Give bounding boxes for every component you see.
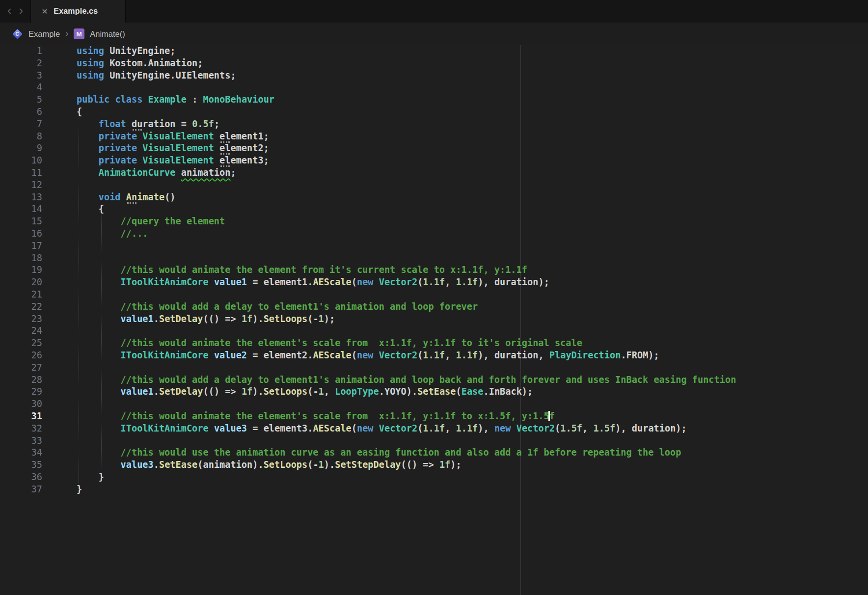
code-text: IToolKitAnimCore value1 = element1.AESca… (77, 276, 549, 289)
code-token: SetDelay (159, 314, 203, 324)
line-number[interactable]: 9 (0, 142, 42, 155)
code-line[interactable]: 12 (0, 179, 868, 191)
code-line[interactable]: 22 //this would add a delay to element1'… (0, 301, 868, 313)
code-line[interactable]: 19 //this would animate the element from… (0, 264, 868, 276)
code-line[interactable]: 14 { (0, 203, 868, 216)
line-number[interactable]: 11 (0, 167, 42, 179)
line-number[interactable]: 24 (0, 325, 42, 337)
breadcrumb-class[interactable]: Example (28, 29, 60, 39)
code-line[interactable]: 9 private VisualElement element2; (0, 142, 868, 155)
line-number[interactable]: 27 (0, 362, 42, 374)
code-token: ). (324, 460, 335, 470)
close-icon[interactable]: × (42, 6, 48, 16)
code-line[interactable]: 30 (0, 398, 868, 410)
line-number[interactable]: 19 (0, 264, 42, 276)
code-line[interactable]: 21 (0, 289, 868, 301)
code-line[interactable]: 2using Kostom.Animation; (0, 57, 868, 70)
code-token (77, 447, 121, 458)
nav-forward-icon[interactable]: › (19, 4, 24, 17)
line-number[interactable]: 10 (0, 155, 42, 167)
code-line[interactable]: 35 value3.SetEase(animation).SetLoops(-1… (0, 459, 868, 471)
code-line[interactable]: 7 float duration = 0.5f; (0, 118, 868, 131)
line-number[interactable]: 2 (0, 57, 42, 70)
line-number[interactable]: 37 (0, 484, 42, 496)
line-number[interactable]: 1 (0, 45, 42, 57)
code-token: SetDelay (159, 386, 203, 397)
code-line[interactable]: 29 value1.SetDelay(() => 1f).SetLoops(-1… (0, 386, 868, 398)
line-number[interactable]: 21 (0, 289, 42, 301)
line-number[interactable]: 7 (0, 118, 42, 131)
code-token: = (176, 119, 192, 129)
line-number[interactable]: 34 (0, 447, 42, 459)
code-token: ; (264, 131, 269, 141)
code-line[interactable]: 28 //this would add a delay to element1'… (0, 374, 868, 386)
line-number[interactable]: 4 (0, 81, 42, 94)
line-number[interactable]: 3 (0, 70, 42, 82)
line-number[interactable]: 16 (0, 228, 42, 240)
code-token: ; (230, 167, 236, 178)
code-token (77, 375, 121, 385)
code-line[interactable]: 33 (0, 435, 868, 447)
code-line[interactable]: 24 (0, 325, 868, 337)
line-number[interactable]: 23 (0, 313, 42, 325)
code-line[interactable]: 17 (0, 240, 868, 252)
line-number[interactable]: 31 (0, 410, 42, 423)
line-number[interactable]: 28 (0, 374, 42, 386)
code-line[interactable]: 27 (0, 362, 868, 374)
code-line[interactable]: 13 void Animate() (0, 191, 868, 204)
line-number[interactable]: 14 (0, 203, 42, 216)
code-text: IToolKitAnimCore value2 = element2.AESca… (77, 350, 659, 362)
breadcrumb-method[interactable]: Animate() (90, 29, 125, 39)
code-line[interactable]: 16 //... (0, 228, 868, 240)
code-line[interactable]: 32 IToolKitAnimCore value3 = element3.AE… (0, 423, 868, 435)
code-line[interactable]: 36 } (0, 471, 868, 484)
code-token (77, 131, 99, 141)
code-line[interactable]: 3using UnityEngine.UIElements; (0, 70, 868, 82)
code-line[interactable]: 26 IToolKitAnimCore value2 = element2.AE… (0, 350, 868, 362)
line-number[interactable]: 13 (0, 191, 42, 204)
code-line[interactable]: 20 IToolKitAnimCore value1 = element1.AE… (0, 276, 868, 289)
code-token: Vector2 (379, 350, 417, 360)
code-line[interactable]: 4 (0, 81, 868, 94)
code-token (77, 228, 121, 239)
line-number[interactable]: 6 (0, 106, 42, 118)
line-number[interactable]: 18 (0, 252, 42, 265)
code-line[interactable]: 5public class Example : MonoBehaviour (0, 94, 868, 106)
line-number[interactable]: 5 (0, 94, 42, 106)
code-line[interactable]: 23 value1.SetDelay(() => 1f).SetLoops(-1… (0, 313, 868, 325)
line-number[interactable]: 8 (0, 131, 42, 143)
line-number[interactable]: 15 (0, 216, 42, 228)
code-token: duration (132, 119, 176, 129)
line-number[interactable]: 26 (0, 350, 42, 362)
code-line[interactable]: 34 //this would use the animation curve … (0, 447, 868, 459)
line-number[interactable]: 33 (0, 435, 42, 447)
line-number[interactable]: 36 (0, 471, 42, 484)
code-text: { (77, 203, 104, 216)
code-line[interactable]: 25 //this would animate the element's sc… (0, 337, 868, 350)
line-number[interactable]: 35 (0, 459, 42, 471)
code-line[interactable]: 15 //query the element (0, 216, 868, 228)
code-line[interactable]: 18 (0, 252, 868, 265)
line-number[interactable]: 25 (0, 337, 42, 350)
tab-example-cs[interactable]: × Example.cs (30, 0, 126, 23)
nav-back-icon[interactable]: ‹ (7, 4, 12, 17)
line-number[interactable]: 12 (0, 179, 42, 191)
code-editor[interactable]: 1using UnityEngine;2using Kostom.Animati… (0, 45, 868, 595)
code-token (77, 301, 121, 312)
code-token: value1 (214, 277, 247, 287)
line-number[interactable]: 17 (0, 240, 42, 252)
code-line[interactable]: 37} (0, 484, 868, 496)
line-number[interactable]: 20 (0, 276, 42, 289)
code-line[interactable]: 1using UnityEngine; (0, 45, 868, 57)
line-number[interactable]: 22 (0, 301, 42, 313)
line-number[interactable]: 32 (0, 423, 42, 435)
code-line[interactable]: 10 private VisualElement element3; (0, 155, 868, 167)
code-line[interactable]: 11 AnimationCurve animation; (0, 167, 868, 179)
code-line[interactable]: 31 //this would animate the element's sc… (0, 410, 868, 423)
line-number[interactable]: 29 (0, 386, 42, 398)
code-line[interactable]: 8 private VisualElement element1; (0, 131, 868, 143)
line-number[interactable]: 30 (0, 398, 42, 410)
code-token: private (99, 143, 137, 153)
code-token: value1 (121, 314, 154, 324)
code-line[interactable]: 6{ (0, 106, 868, 118)
